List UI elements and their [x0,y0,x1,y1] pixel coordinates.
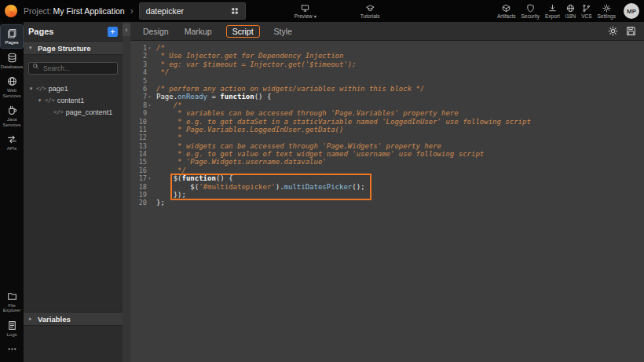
line-number-12: 12 [130,133,152,141]
tree-node-label: page1 [49,85,68,93]
panel-collapse-strip[interactable]: ‹ [123,22,130,362]
settings-gear-icon[interactable] [608,26,618,36]
tab-script[interactable]: Script [226,25,260,38]
folder-icon [7,291,17,302]
i18n-button-label: i18N [565,13,576,19]
code-line-16[interactable]: */ [156,166,644,174]
code-line-15[interactable]: * 'Page.Widgets.username.datavalue' [156,158,644,166]
vcs-button-label: VCS [581,13,591,19]
security-button[interactable]: Security [521,4,539,19]
rail-item-file-explorer[interactable]: File Explorer [1,288,23,316]
export-button[interactable]: Export [545,4,560,19]
security-icon [526,4,535,13]
rail-item-java-services[interactable]: Java Services [1,102,23,130]
code-line-9[interactable]: * variables can be accessed through 'Pag… [156,109,644,117]
fold-marker-icon[interactable]: ▾ [147,44,152,52]
code-line-8[interactable]: /* [156,101,644,109]
code-line-14[interactable]: * e.g. to get value of text widget named… [156,150,644,158]
preview-caret-icon: ▾ [314,13,317,19]
line-number-19: 19 [130,191,152,199]
line-number-1: 1▾ [130,44,152,52]
search-input[interactable] [28,62,118,75]
topbar: Project:My First Application › datepicke… [0,0,644,22]
line-number-text: 14 [139,150,147,158]
code-line-18[interactable]: $('#multidatepicker').multiDatesPicker()… [156,183,644,191]
fold-marker-icon[interactable]: ▾ [147,101,152,109]
code-line-4[interactable]: */ [156,68,644,76]
fold-marker-icon[interactable]: ▾ [147,93,152,101]
code-line-20[interactable]: }; [156,199,644,207]
collapse-chevron-icon[interactable]: ‹ [123,24,130,36]
vcs-button[interactable]: VCS [581,4,591,19]
line-number-7: 7▾ [130,93,152,101]
rail-item-pages[interactable]: Pages [1,25,23,48]
tree-node-page1[interactable]: ▾</>page1 [24,82,123,94]
editor-actions [608,26,636,36]
workspace: PagesDatabasesWeb ServicesJava ServicesA… [0,22,644,362]
tab-markup[interactable]: Markup [183,25,214,38]
code-line-3[interactable]: * eg: var $timeout = Injector.get('$time… [156,60,644,68]
variables-header[interactable]: ▸ Variables [24,312,123,326]
app-root: Project:My First Application › datepicke… [0,0,644,362]
search-icon [32,63,39,70]
code-editor[interactable]: 1▾234567▾8▾91011121314151617▾181920 /* *… [130,41,644,362]
tutorials-button[interactable]: Tutorials [360,4,380,19]
code-line-7[interactable]: Page.onReady = function() { [156,93,644,101]
i18n-button[interactable]: i18N [565,4,576,19]
line-number-text: 9 [143,109,147,117]
rail-item-databases-label: Databases [1,64,24,70]
vcs-icon [582,4,591,13]
code-line-13[interactable]: * widgets can be accessed through 'Page.… [156,142,644,150]
tree-caret-icon[interactable]: ▾ [37,97,42,104]
code-line-19[interactable]: }); [156,191,644,199]
rail-item-web-services[interactable]: Web Services [1,73,23,101]
rail-item-databases[interactable]: Databases [1,49,23,72]
code-line-11[interactable]: * Page.Variables.LoggedInUser.getData() [156,126,644,133]
avatar[interactable]: MP [624,3,639,19]
tree-caret-icon[interactable]: ▾ [28,86,34,92]
line-number-6: 6 [130,85,152,93]
tab-design[interactable]: Design [141,25,170,38]
settings-button[interactable]: Settings [598,4,617,19]
page-structure-header[interactable]: ▾ Page Structure [24,41,123,55]
rail-spacer [0,155,24,287]
editor-tabbar: DesignMarkupScriptStyle [130,22,644,41]
line-number-8: 8▾ [130,101,152,109]
tree-node-label: content1 [57,97,85,104]
add-page-button[interactable]: + [108,27,118,37]
preview-button[interactable]: Preview ▾ [295,4,317,19]
pages-panel: Pages + ▾ Page Structure ▾</>page1▾</>co… [24,22,123,362]
line-number-text: 10 [139,118,147,126]
tutorials-cap-icon [366,4,375,13]
code-line-2[interactable]: * Use Injector.get for Dependency Inject… [156,52,644,60]
rail-item-logs[interactable]: Logs [1,317,23,340]
save-icon[interactable] [626,26,636,36]
line-number-4: 4 [130,68,152,76]
line-number-10: 10 [130,118,152,126]
line-number-14: 14 [130,150,152,158]
web-services-icon [7,76,17,86]
fold-marker-icon[interactable]: ▾ [147,174,152,182]
page-tab-label: datepicker [146,6,184,16]
code-line-1[interactable]: /* [156,44,644,52]
code-line-12[interactable]: * [156,133,644,141]
page-tab-datepicker[interactable]: datepicker [139,2,246,20]
artifacts-button[interactable]: Artifacts [497,4,515,19]
tree-node-label: page_content1 [66,108,113,116]
code-line-5[interactable] [156,77,644,85]
code-line-10[interactable]: * e.g. to get dataSet in a staticVariabl… [156,118,644,126]
tree-node-page_content1[interactable]: </>page_content1 [24,106,123,118]
line-number-text: 4 [143,68,147,76]
rail-item-more[interactable] [1,341,23,358]
wavemaker-logo[interactable] [5,5,17,17]
tab-style[interactable]: Style [273,25,294,38]
line-number-text: 19 [139,191,147,199]
code-line-17[interactable]: $(function() { [156,174,644,182]
page-code-icon: </> [53,109,64,115]
code-line-6[interactable]: /* perform any action on widgets/variabl… [156,85,644,93]
rail-item-apis[interactable]: APIs [1,131,23,154]
line-number-text: 13 [139,142,147,150]
tree-node-content1[interactable]: ▾</>content1 [24,94,123,106]
project-name: My First Application [53,6,125,16]
line-number-gutter: 1▾234567▾8▾91011121314151617▾181920 [130,44,152,362]
